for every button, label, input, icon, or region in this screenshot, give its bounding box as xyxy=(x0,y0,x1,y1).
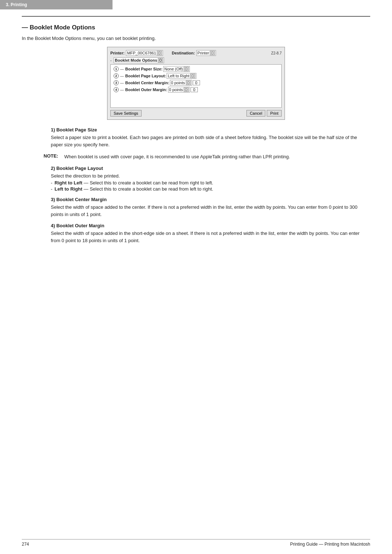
header-label: 3. Printing xyxy=(6,2,27,7)
note-row: NOTE: When booklet is used with cover pa… xyxy=(44,153,370,160)
arrow-4: — xyxy=(120,88,124,92)
dialog-box: Printer: MFP_00C67861 ⬡ Destination: Pri… xyxy=(107,47,285,120)
item4-number: 4) xyxy=(51,223,55,228)
bullet-dash-1: - xyxy=(51,180,52,186)
bullet-dash-2: - xyxy=(51,186,52,192)
option1-row: 1 — Booklet Paper Size: None (Off) ⬡ xyxy=(114,66,278,72)
arrow-1: — xyxy=(120,67,124,71)
item2-number: 2) xyxy=(51,166,55,171)
mode-value: Booklet Mode Options xyxy=(115,58,157,62)
opt1-select[interactable]: None (Off) ⬡ xyxy=(163,66,190,72)
opt2-select[interactable]: Left to Right ⬡ xyxy=(167,73,196,79)
printer-select[interactable]: MFP_00C67861 ⬡ xyxy=(126,50,163,56)
print-button[interactable]: Print xyxy=(267,110,282,117)
item1-title: Booklet Page Size xyxy=(56,127,97,133)
item3-title: Booklet Center Margin xyxy=(56,197,107,202)
opt1-arrow: ⬡ xyxy=(184,67,189,71)
footer: 274 Printing Guide — Printing from Macin… xyxy=(22,539,370,547)
options-area: 1 — Booklet Paper Size: None (Off) ⬡ 2 —… xyxy=(110,64,282,108)
bullet1-rest: — Select this to create a booklet can be… xyxy=(84,180,213,186)
main-content: — Booklet Mode Options In the Booklet Mo… xyxy=(0,17,392,271)
item4-title: Booklet Outer Margin xyxy=(56,223,104,228)
mode-indent: - xyxy=(110,58,111,62)
bullet1-bold: Right to Left xyxy=(54,180,82,186)
arrow-2: — xyxy=(120,74,124,78)
printer-value: MFP_00C67861 xyxy=(127,51,156,55)
destination-value: Printer xyxy=(197,51,209,55)
section-title-2: 2) Booklet Page Layout xyxy=(51,166,370,171)
arrow-3: — xyxy=(120,81,124,85)
circle-3: 3 xyxy=(114,80,119,85)
opt2-label: Booklet Page Layout: xyxy=(125,74,166,78)
item1-text: Select a paper size to print a booklet. … xyxy=(51,134,370,148)
opt3-label: Booklet Center Margin: xyxy=(125,81,169,85)
version-label: Z2-8.7 xyxy=(271,51,282,55)
circle-4: 4 xyxy=(114,87,119,92)
intro-text: In the Booklet Mode Options menu, you ca… xyxy=(22,36,370,41)
section-booklet-page-size: 1) Booklet Page Size Select a paper size… xyxy=(51,127,370,148)
save-settings-button[interactable]: Save Settings xyxy=(110,110,142,117)
item2-title: Booklet Page Layout xyxy=(56,166,103,171)
bullet2-rest: — Select this to create a booklet can be… xyxy=(84,186,213,192)
circle-2: 2 xyxy=(114,73,119,78)
circle-1: 1 xyxy=(114,66,119,72)
dialog-bottom-row: Save Settings Cancel Print xyxy=(110,110,282,117)
opt4-input[interactable]: 0 xyxy=(191,87,198,92)
section-booklet-outer-margin: 4) Booklet Outer Margin Select the width… xyxy=(51,223,370,244)
note-text: When booklet is used with cover page, it… xyxy=(64,153,290,160)
dialog-top-row: Printer: MFP_00C67861 ⬡ Destination: Pri… xyxy=(110,50,282,56)
item4-text: Select the width of space added in the s… xyxy=(51,230,370,244)
section-title-4: 4) Booklet Outer Margin xyxy=(51,223,370,228)
opt3-input[interactable]: 0 xyxy=(193,80,200,85)
bullet-left-to-right: - Left to Right — Select this to create … xyxy=(51,186,370,192)
opt3-arrow: ⬡ xyxy=(186,81,191,85)
mode-arrow: ⬡ xyxy=(158,58,163,62)
note-label: NOTE: xyxy=(44,153,60,160)
item1-number: 1) xyxy=(51,127,55,133)
bullet2-text: Left to Right — Select this to create a … xyxy=(54,186,213,192)
opt2-value: Left to Right xyxy=(168,74,189,78)
opt4-select[interactable]: 0 points ⬡ xyxy=(168,87,190,93)
section-title: — Booklet Mode Options xyxy=(22,24,370,31)
opt4-label: Booklet Outer Margin: xyxy=(125,87,167,92)
section-booklet-page-layout: 2) Booklet Page Layout Select the direct… xyxy=(51,166,370,192)
section-title-3: 3) Booklet Center Margin xyxy=(51,197,370,202)
footer-page: 274 xyxy=(22,542,29,547)
opt2-arrow: ⬡ xyxy=(190,74,195,78)
option3-row: 3 — Booklet Center Margin: 0 points ⬡ 0 xyxy=(114,80,278,86)
printer-arrow: ⬡ xyxy=(157,51,162,55)
bullet-right-to-left: - Right to Left — Select this to create … xyxy=(51,180,370,186)
option2-row: 2 — Booklet Page Layout: Left to Right ⬡ xyxy=(114,73,278,79)
section-booklet-center-margin: 3) Booklet Center Margin Select the widt… xyxy=(51,197,370,218)
opt3-value: 0 points xyxy=(171,81,185,85)
destination-label: Destination: xyxy=(172,51,195,55)
dialog-mode-row: - Booklet Mode Options ⬡ xyxy=(110,57,282,63)
bullet2-bold: Left to Right xyxy=(54,186,82,192)
item2-intro: Select the direction to be printed. xyxy=(51,172,370,180)
cancel-button[interactable]: Cancel xyxy=(246,110,265,117)
destination-select[interactable]: Printer ⬡ xyxy=(196,50,216,56)
footer-title: Printing Guide — Printing from Macintosh xyxy=(290,542,370,547)
opt4-arrow: ⬡ xyxy=(184,87,189,92)
opt3-select[interactable]: 0 points ⬡ xyxy=(170,80,192,86)
destination-arrow: ⬡ xyxy=(210,51,215,55)
opt1-label: Booklet Paper Size: xyxy=(125,67,163,71)
item3-text: Select the width of space added to the c… xyxy=(51,204,370,218)
bullet1-text: Right to Left — Select this to create a … xyxy=(54,180,213,186)
printer-label: Printer: xyxy=(110,51,124,55)
printer-row: Printer: MFP_00C67861 ⬡ Destination: Pri… xyxy=(110,50,216,56)
mode-select[interactable]: Booklet Mode Options ⬡ xyxy=(114,57,164,63)
chapter-header: 3. Printing xyxy=(0,0,113,9)
opt4-value: 0 points xyxy=(169,87,183,92)
dialog-action-group: Cancel Print xyxy=(246,110,282,117)
option4-row: 4 — Booklet Outer Margin: 0 points ⬡ 0 xyxy=(114,87,278,93)
section-title-1: 1) Booklet Page Size xyxy=(51,127,370,133)
opt1-value: None (Off) xyxy=(164,67,183,71)
item3-number: 3) xyxy=(51,197,55,202)
